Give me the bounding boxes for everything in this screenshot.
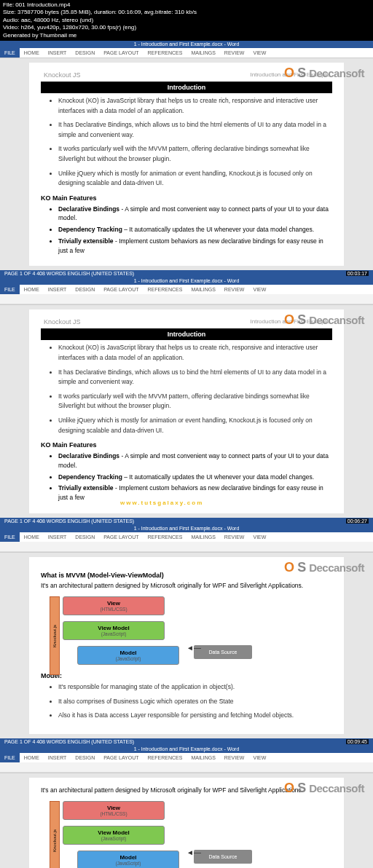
tab-file[interactable]: FILE bbox=[0, 753, 20, 762]
tab-references[interactable]: REFERENCES bbox=[144, 753, 187, 762]
intro-heading: Introduction bbox=[41, 82, 332, 93]
tab-mailings[interactable]: MAILINGS bbox=[186, 532, 219, 542]
status-bar: PAGE 1 OF 4 408 WORDS ENGLISH (UNITED ST… bbox=[0, 270, 373, 277]
tab-review[interactable]: REVIEW bbox=[220, 753, 249, 762]
tab-design[interactable]: DESIGN bbox=[71, 285, 99, 294]
document-page: Knockout JSIntroduction and First Exampl… bbox=[29, 63, 344, 267]
diagram-viewmodel-box: View Model(JavaScript) bbox=[63, 621, 165, 640]
watermark: OS Deccansoft bbox=[284, 66, 364, 81]
diagram-view-box: View(HTML/CSS) bbox=[63, 596, 165, 615]
tab-mailings[interactable]: MAILINGS bbox=[186, 48, 219, 58]
tab-insert[interactable]: INSERT bbox=[44, 48, 71, 58]
tab-home[interactable]: HOME bbox=[20, 753, 44, 762]
logo-s-icon: S bbox=[297, 66, 306, 81]
mvvm-diagram: Knockout.js View(HTML/CSS) View Model(Ja… bbox=[63, 596, 252, 665]
tab-view[interactable]: VIEW bbox=[248, 532, 270, 542]
tab-view[interactable]: VIEW bbox=[248, 285, 270, 294]
thumbnail-frame-4: 1 - Introduction and First Example.docx … bbox=[0, 746, 373, 868]
tab-page-layout[interactable]: PAGE LAYOUT bbox=[99, 532, 143, 542]
tab-review[interactable]: REVIEW bbox=[220, 48, 249, 58]
timestamp-2: 00:06:27 bbox=[346, 518, 369, 524]
tab-design[interactable]: DESIGN bbox=[71, 753, 99, 762]
ribbon: FILE HOME INSERT DESIGN PAGE LAYOUT REFE… bbox=[0, 48, 373, 58]
tab-page-layout[interactable]: PAGE LAYOUT bbox=[99, 753, 143, 762]
arrow-icon: ◄— bbox=[186, 644, 201, 652]
word-titlebar: 1 - Introduction and First Example.docx … bbox=[0, 41, 373, 48]
yellow-overlay-text: www.tutsgalaxy.com bbox=[120, 500, 203, 506]
tab-mailings[interactable]: MAILINGS bbox=[186, 285, 219, 294]
logo-o-icon: O bbox=[284, 66, 294, 81]
media-info-block: File: 001 Introduction.mp4 Size: 3758770… bbox=[0, 0, 373, 41]
tab-file[interactable]: FILE bbox=[0, 48, 20, 58]
tab-view[interactable]: VIEW bbox=[248, 48, 270, 58]
tab-home[interactable]: HOME bbox=[20, 285, 44, 294]
tab-insert[interactable]: INSERT bbox=[44, 285, 71, 294]
thumbnail-frame-3: 1 - Introduction and First Example.docx … bbox=[0, 525, 373, 746]
knockout-sidebar: Knockout.js bbox=[50, 596, 60, 675]
timestamp-3: 00:09:45 bbox=[346, 739, 369, 744]
intro-bullets: Knockout (KO) is JavaScript library that… bbox=[41, 96, 332, 189]
timestamp-1: 00:03:17 bbox=[346, 271, 369, 276]
tab-insert[interactable]: INSERT bbox=[44, 532, 71, 542]
tab-view[interactable]: VIEW bbox=[248, 753, 270, 762]
tab-references[interactable]: REFERENCES bbox=[144, 48, 187, 58]
tab-home[interactable]: HOME bbox=[20, 48, 44, 58]
tab-design[interactable]: DESIGN bbox=[71, 48, 99, 58]
thumbnail-frame-2: 1 - Introduction and First Example.docx … bbox=[0, 277, 373, 525]
tab-design[interactable]: DESIGN bbox=[71, 532, 99, 542]
tab-page-layout[interactable]: PAGE LAYOUT bbox=[99, 285, 143, 294]
tab-review[interactable]: REVIEW bbox=[220, 285, 249, 294]
thumbnail-frame-1: 1 - Introduction and First Example.docx … bbox=[0, 41, 373, 278]
diagram-model-box: Model(JavaScript) bbox=[77, 646, 179, 665]
tab-mailings[interactable]: MAILINGS bbox=[186, 753, 219, 762]
tab-home[interactable]: HOME bbox=[20, 532, 44, 542]
tab-file[interactable]: FILE bbox=[0, 532, 20, 542]
tab-insert[interactable]: INSERT bbox=[44, 753, 71, 762]
tab-references[interactable]: REFERENCES bbox=[144, 285, 187, 294]
tab-file[interactable]: FILE bbox=[0, 285, 20, 294]
ribbon-tabs: FILE HOME INSERT DESIGN PAGE LAYOUT REFE… bbox=[0, 48, 373, 58]
tab-references[interactable]: REFERENCES bbox=[144, 532, 187, 542]
diagram-datasource-box: Data Source bbox=[194, 645, 252, 659]
tab-review[interactable]: REVIEW bbox=[220, 532, 249, 542]
tab-page-layout[interactable]: PAGE LAYOUT bbox=[99, 48, 143, 58]
